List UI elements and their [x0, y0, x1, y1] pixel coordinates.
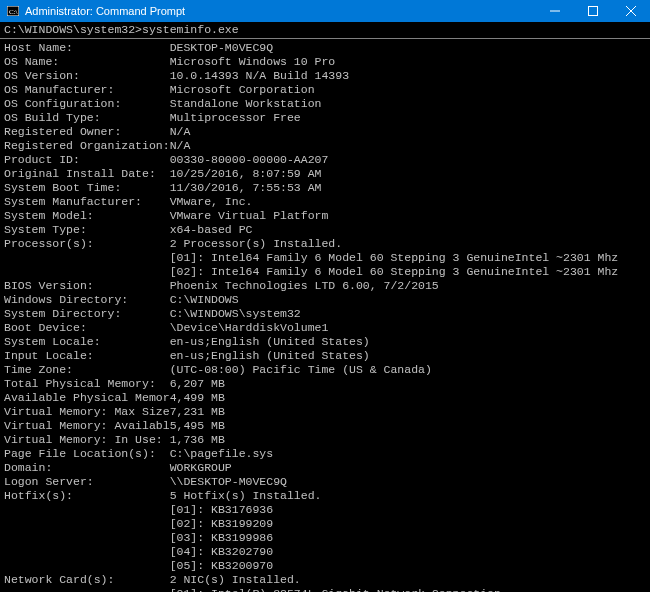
output-line: Original Install Date: 10/25/2016, 8:07:…	[4, 167, 646, 181]
output-line: Total Physical Memory: 6,207 MB	[4, 377, 646, 391]
output-line: System Boot Time: 11/30/2016, 7:55:53 AM	[4, 181, 646, 195]
output-line: Host Name: DESKTOP-M0VEC9Q	[4, 41, 646, 55]
window-title: Administrator: Command Prompt	[25, 5, 536, 17]
output-line: Windows Directory: C:\WINDOWS	[4, 293, 646, 307]
output-line: OS Version: 10.0.14393 N/A Build 14393	[4, 69, 646, 83]
output-line: BIOS Version: Phoenix Technologies LTD 6…	[4, 279, 646, 293]
output-line: Registered Organization:N/A	[4, 139, 646, 153]
output-line: [02]: KB3199209	[4, 517, 646, 531]
terminal-output[interactable]: Host Name: DESKTOP-M0VEC9QOS Name: Micro…	[0, 39, 650, 592]
output-line: Product ID: 00330-80000-00000-AA207	[4, 153, 646, 167]
output-line: Page File Location(s): C:\pagefile.sys	[4, 447, 646, 461]
output-line: Input Locale: en-us;English (United Stat…	[4, 349, 646, 363]
output-line: OS Configuration: Standalone Workstation	[4, 97, 646, 111]
output-line: System Directory: C:\WINDOWS\system32	[4, 307, 646, 321]
output-line: System Type: x64-based PC	[4, 223, 646, 237]
output-line: OS Build Type: Multiprocessor Free	[4, 111, 646, 125]
output-line: System Manufacturer: VMware, Inc.	[4, 195, 646, 209]
close-button[interactable]	[612, 0, 650, 22]
svg-rect-3	[589, 7, 598, 16]
svg-text:C:\: C:\	[9, 8, 18, 16]
cmd-icon: C:\	[6, 4, 20, 18]
window-titlebar: C:\ Administrator: Command Prompt	[0, 0, 650, 22]
output-line: System Locale: en-us;English (United Sta…	[4, 335, 646, 349]
output-line: Logon Server: \\DESKTOP-M0VEC9Q	[4, 475, 646, 489]
output-line: Time Zone: (UTC-08:00) Pacific Time (US …	[4, 363, 646, 377]
output-line: [03]: KB3199986	[4, 531, 646, 545]
output-line: [04]: KB3202790	[4, 545, 646, 559]
minimize-button[interactable]	[536, 0, 574, 22]
output-line: Hotfix(s): 5 Hotfix(s) Installed.	[4, 489, 646, 503]
output-line: System Model: VMware Virtual Platform	[4, 209, 646, 223]
command-line: C:\WINDOWS\system32>systeminfo.exe	[0, 22, 650, 39]
output-line: OS Name: Microsoft Windows 10 Pro	[4, 55, 646, 69]
output-line: Virtual Memory: In Use: 1,736 MB	[4, 433, 646, 447]
output-line: [01]: KB3176936	[4, 503, 646, 517]
output-line: Domain: WORKGROUP	[4, 461, 646, 475]
output-line: Virtual Memory: Availabl5,495 MB	[4, 419, 646, 433]
output-line: Registered Owner: N/A	[4, 125, 646, 139]
output-line: Network Card(s): 2 NIC(s) Installed.	[4, 573, 646, 587]
output-line: Boot Device: \Device\HarddiskVolume1	[4, 321, 646, 335]
output-line: [01]: Intel(R) 82574L Gigabit Network Co…	[4, 587, 646, 592]
output-line: Virtual Memory: Max Size7,231 MB	[4, 405, 646, 419]
maximize-button[interactable]	[574, 0, 612, 22]
output-line: OS Manufacturer: Microsoft Corporation	[4, 83, 646, 97]
output-line: [02]: Intel64 Family 6 Model 60 Stepping…	[4, 265, 646, 279]
output-line: [05]: KB3200970	[4, 559, 646, 573]
output-line: [01]: Intel64 Family 6 Model 60 Stepping…	[4, 251, 646, 265]
output-line: Processor(s): 2 Processor(s) Installed.	[4, 237, 646, 251]
output-line: Available Physical Memor4,499 MB	[4, 391, 646, 405]
